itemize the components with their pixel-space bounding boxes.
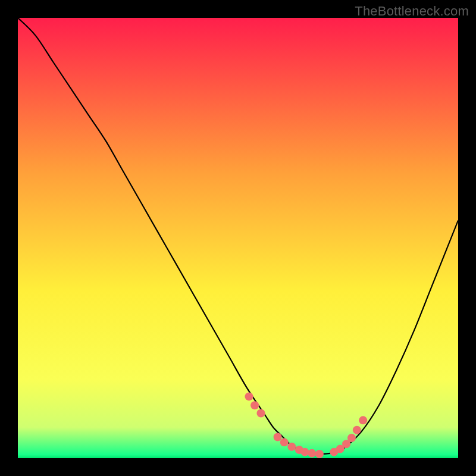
highlight-point	[347, 434, 356, 442]
plot-area	[18, 18, 458, 458]
highlight-point	[359, 416, 367, 424]
highlight-point	[287, 443, 296, 451]
highlight-point	[353, 426, 361, 434]
chart-svg	[18, 18, 458, 458]
highlight-point	[280, 438, 289, 446]
highlight-point	[250, 401, 259, 409]
highlight-point	[274, 433, 282, 441]
gradient-background	[18, 18, 458, 458]
watermark-label: TheBottleneck.com	[355, 4, 469, 19]
highlight-point	[245, 392, 253, 400]
highlight-point	[256, 409, 265, 418]
chart-container: TheBottleneck.com	[0, 0, 476, 476]
highlight-point	[300, 448, 309, 456]
highlight-point	[308, 449, 316, 458]
highlight-point	[315, 450, 324, 458]
